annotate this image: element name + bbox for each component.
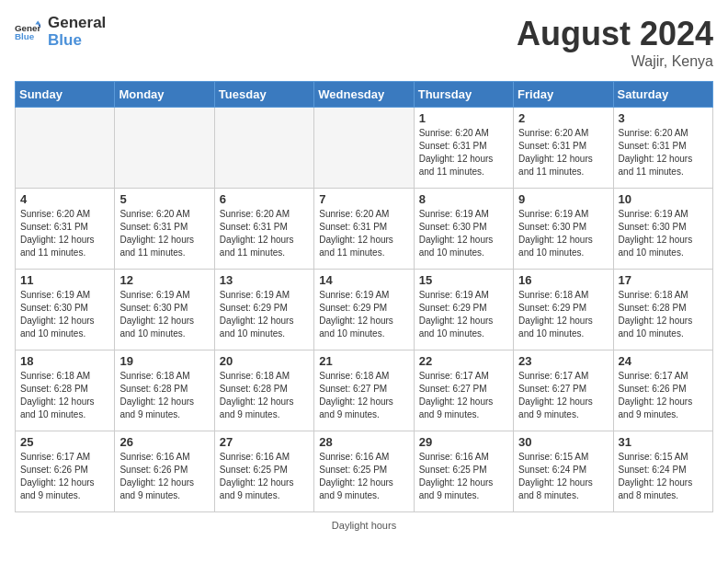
day-number: 19 — [119, 354, 209, 368]
week-row-4: 18 Sunrise: 6:18 AM Sunset: 6:28 PM Dayl… — [16, 350, 713, 431]
day-info: Sunrise: 6:19 AM Sunset: 6:30 PM Dayligh… — [20, 289, 109, 340]
day-number: 18 — [20, 354, 109, 368]
day-info: Sunrise: 6:19 AM Sunset: 6:29 PM Dayligh… — [220, 289, 309, 340]
calendar-cell — [214, 108, 313, 189]
day-info: Sunrise: 6:15 AM Sunset: 6:24 PM Dayligh… — [619, 451, 708, 502]
day-number: 28 — [319, 435, 408, 449]
calendar-cell: 24 Sunrise: 6:17 AM Sunset: 6:26 PM Dayl… — [613, 350, 712, 431]
day-number: 6 — [220, 192, 309, 206]
day-info: Sunrise: 6:20 AM Sunset: 6:31 PM Dayligh… — [119, 208, 209, 259]
logo-icon: General Blue — [15, 19, 40, 45]
day-info: Sunrise: 6:18 AM Sunset: 6:28 PM Dayligh… — [119, 370, 209, 421]
day-info: Sunrise: 6:17 AM Sunset: 6:26 PM Dayligh… — [619, 370, 708, 421]
day-number: 15 — [419, 273, 508, 287]
calendar-cell: 19 Sunrise: 6:18 AM Sunset: 6:28 PM Dayl… — [115, 350, 214, 431]
day-info: Sunrise: 6:16 AM Sunset: 6:25 PM Dayligh… — [319, 451, 408, 502]
day-info: Sunrise: 6:19 AM Sunset: 6:29 PM Dayligh… — [319, 289, 408, 340]
day-info: Sunrise: 6:20 AM Sunset: 6:31 PM Dayligh… — [319, 208, 408, 259]
day-number: 27 — [220, 435, 309, 449]
day-info: Sunrise: 6:18 AM Sunset: 6:28 PM Dayligh… — [619, 289, 708, 340]
calendar-cell: 11 Sunrise: 6:19 AM Sunset: 6:30 PM Dayl… — [16, 270, 115, 350]
day-number: 4 — [20, 192, 109, 206]
day-info: Sunrise: 6:17 AM Sunset: 6:27 PM Dayligh… — [419, 370, 508, 421]
logo-blue: Blue — [48, 32, 106, 50]
calendar-cell — [16, 108, 115, 189]
day-number: 20 — [220, 354, 309, 368]
day-number: 3 — [619, 111, 708, 125]
day-number: 13 — [220, 273, 309, 287]
logo-general: General — [48, 15, 106, 32]
calendar-cell: 20 Sunrise: 6:18 AM Sunset: 6:28 PM Dayl… — [214, 350, 313, 431]
day-number: 31 — [619, 435, 708, 449]
calendar-cell: 25 Sunrise: 6:17 AM Sunset: 6:26 PM Dayl… — [16, 431, 115, 512]
day-info: Sunrise: 6:16 AM Sunset: 6:25 PM Dayligh… — [220, 451, 309, 502]
calendar-cell: 16 Sunrise: 6:18 AM Sunset: 6:29 PM Dayl… — [514, 270, 613, 350]
day-info: Sunrise: 6:20 AM Sunset: 6:31 PM Dayligh… — [20, 208, 109, 259]
day-info: Sunrise: 6:17 AM Sunset: 6:26 PM Dayligh… — [20, 451, 109, 502]
calendar-cell: 17 Sunrise: 6:18 AM Sunset: 6:28 PM Dayl… — [613, 270, 712, 350]
day-number: 23 — [518, 354, 608, 368]
calendar-cell: 22 Sunrise: 6:17 AM Sunset: 6:27 PM Dayl… — [414, 350, 513, 431]
day-info: Sunrise: 6:19 AM Sunset: 6:30 PM Dayligh… — [518, 208, 608, 259]
week-row-2: 4 Sunrise: 6:20 AM Sunset: 6:31 PM Dayli… — [16, 189, 713, 270]
day-info: Sunrise: 6:18 AM Sunset: 6:28 PM Dayligh… — [20, 370, 109, 421]
day-number: 1 — [419, 111, 508, 125]
day-info: Sunrise: 6:20 AM Sunset: 6:31 PM Dayligh… — [419, 127, 508, 178]
day-info: Sunrise: 6:19 AM Sunset: 6:30 PM Dayligh… — [419, 208, 508, 259]
calendar-cell: 14 Sunrise: 6:19 AM Sunset: 6:29 PM Dayl… — [314, 270, 414, 350]
location: Wajir, Kenya — [517, 53, 713, 70]
day-number: 5 — [119, 192, 209, 206]
day-info: Sunrise: 6:18 AM Sunset: 6:28 PM Dayligh… — [220, 370, 309, 421]
calendar-table: SundayMondayTuesdayWednesdayThursdayFrid… — [15, 81, 713, 512]
calendar-cell: 15 Sunrise: 6:19 AM Sunset: 6:29 PM Dayl… — [414, 270, 513, 350]
day-number: 26 — [119, 435, 209, 449]
calendar-cell: 21 Sunrise: 6:18 AM Sunset: 6:27 PM Dayl… — [314, 350, 414, 431]
day-info: Sunrise: 6:18 AM Sunset: 6:27 PM Dayligh… — [319, 370, 408, 421]
day-number: 2 — [518, 111, 608, 125]
day-info: Sunrise: 6:20 AM Sunset: 6:31 PM Dayligh… — [619, 127, 708, 178]
footer: Daylight hours — [15, 520, 713, 531]
calendar-cell — [115, 108, 214, 189]
logo: General Blue General Blue — [15, 15, 106, 49]
calendar-cell: 27 Sunrise: 6:16 AM Sunset: 6:25 PM Dayl… — [214, 431, 313, 512]
day-info: Sunrise: 6:16 AM Sunset: 6:25 PM Dayligh… — [419, 451, 508, 502]
calendar-cell: 6 Sunrise: 6:20 AM Sunset: 6:31 PM Dayli… — [214, 189, 313, 270]
day-info: Sunrise: 6:17 AM Sunset: 6:27 PM Dayligh… — [518, 370, 608, 421]
day-info: Sunrise: 6:16 AM Sunset: 6:26 PM Dayligh… — [119, 451, 209, 502]
day-header-tuesday: Tuesday — [214, 82, 313, 108]
day-number: 10 — [619, 192, 708, 206]
day-info: Sunrise: 6:20 AM Sunset: 6:31 PM Dayligh… — [518, 127, 608, 178]
day-header-monday: Monday — [115, 82, 214, 108]
day-number: 29 — [419, 435, 508, 449]
calendar-cell: 8 Sunrise: 6:19 AM Sunset: 6:30 PM Dayli… — [414, 189, 513, 270]
calendar-cell: 5 Sunrise: 6:20 AM Sunset: 6:31 PM Dayli… — [115, 189, 214, 270]
calendar-cell: 3 Sunrise: 6:20 AM Sunset: 6:31 PM Dayli… — [613, 108, 712, 189]
day-number: 11 — [20, 273, 109, 287]
calendar-header-row: SundayMondayTuesdayWednesdayThursdayFrid… — [16, 82, 713, 108]
day-number: 14 — [319, 273, 408, 287]
day-number: 7 — [319, 192, 408, 206]
daylight-label: Daylight hours — [332, 520, 396, 531]
calendar-cell: 18 Sunrise: 6:18 AM Sunset: 6:28 PM Dayl… — [16, 350, 115, 431]
week-row-5: 25 Sunrise: 6:17 AM Sunset: 6:26 PM Dayl… — [16, 431, 713, 512]
calendar-cell: 12 Sunrise: 6:19 AM Sunset: 6:30 PM Dayl… — [115, 270, 214, 350]
week-row-3: 11 Sunrise: 6:19 AM Sunset: 6:30 PM Dayl… — [16, 270, 713, 350]
day-number: 24 — [619, 354, 708, 368]
day-header-sunday: Sunday — [16, 82, 115, 108]
calendar-cell: 29 Sunrise: 6:16 AM Sunset: 6:25 PM Dayl… — [414, 431, 513, 512]
calendar-cell: 9 Sunrise: 6:19 AM Sunset: 6:30 PM Dayli… — [514, 189, 613, 270]
day-number: 17 — [619, 273, 708, 287]
day-header-wednesday: Wednesday — [314, 82, 414, 108]
week-row-1: 1 Sunrise: 6:20 AM Sunset: 6:31 PM Dayli… — [16, 108, 713, 189]
day-header-thursday: Thursday — [414, 82, 513, 108]
calendar-cell: 2 Sunrise: 6:20 AM Sunset: 6:31 PM Dayli… — [514, 108, 613, 189]
day-number: 30 — [518, 435, 608, 449]
calendar-cell: 1 Sunrise: 6:20 AM Sunset: 6:31 PM Dayli… — [414, 108, 513, 189]
calendar-cell: 4 Sunrise: 6:20 AM Sunset: 6:31 PM Dayli… — [16, 189, 115, 270]
day-header-saturday: Saturday — [613, 82, 712, 108]
day-number: 16 — [518, 273, 608, 287]
day-header-friday: Friday — [514, 82, 613, 108]
calendar-cell: 23 Sunrise: 6:17 AM Sunset: 6:27 PM Dayl… — [514, 350, 613, 431]
calendar-cell: 28 Sunrise: 6:16 AM Sunset: 6:25 PM Dayl… — [314, 431, 414, 512]
calendar-cell: 13 Sunrise: 6:19 AM Sunset: 6:29 PM Dayl… — [214, 270, 313, 350]
